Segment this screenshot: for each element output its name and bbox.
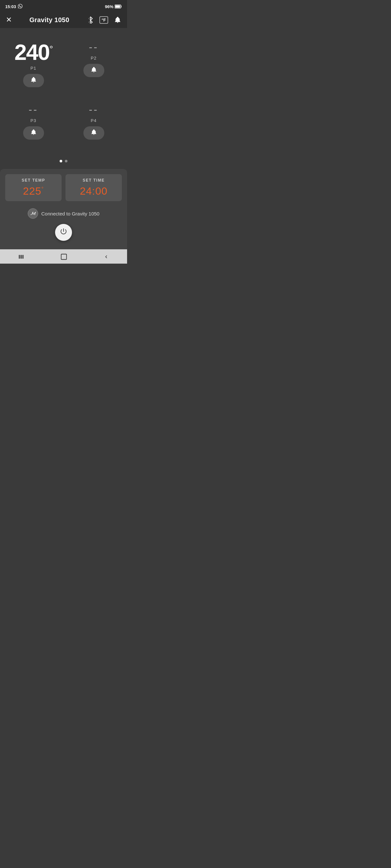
probe-p4-bell-icon [91, 129, 97, 137]
svg-rect-1 [115, 5, 120, 8]
probe-p1-bell-icon [30, 76, 37, 85]
probe-p4: -- P4 [63, 97, 124, 149]
probe-p3-bell-icon [30, 129, 37, 137]
svg-rect-6 [61, 254, 67, 260]
back-button[interactable] [103, 254, 109, 260]
probe-p2-alarm-button[interactable] [83, 64, 104, 77]
recent-apps-button[interactable] [18, 253, 24, 260]
power-icon [60, 227, 67, 237]
connected-row: 𝓜 Connected to Gravity 1050 [5, 206, 122, 222]
page-indicator [0, 156, 127, 169]
brand-logo-text: 𝓜 [31, 211, 35, 216]
app-bar-actions: °F [87, 16, 121, 24]
navigation-bar [0, 249, 127, 264]
home-button[interactable] [60, 253, 67, 260]
probe-p1-label: P1 [31, 66, 36, 71]
probe-p4-label: P4 [91, 118, 97, 123]
home-icon [60, 253, 67, 260]
svg-rect-4 [21, 255, 22, 259]
time-display: 15:03 [5, 4, 16, 9]
probe-p3-alarm-button[interactable] [23, 126, 44, 140]
back-icon [103, 254, 109, 260]
probe-p2-label: P2 [91, 56, 97, 61]
probe-grid: 240° P1 -- P2 -- P3 [0, 28, 127, 156]
probe-p3-dash: -- [29, 103, 38, 116]
close-button[interactable]: ✕ [6, 16, 12, 24]
svg-rect-5 [22, 255, 24, 259]
set-time-card[interactable]: SET TIME 24:00 [65, 174, 122, 201]
notification-icons [18, 4, 23, 9]
set-time-value: 24:00 [69, 185, 119, 197]
control-row: SET TEMP 225° SET TIME 24:00 [5, 174, 122, 201]
bell-icon [114, 16, 121, 24]
svg-rect-3 [19, 255, 20, 259]
power-button[interactable] [55, 224, 72, 241]
app-title: Gravity 1050 [29, 16, 69, 24]
app-bar: ✕ Gravity 1050 °F [0, 12, 127, 28]
probe-p1: 240° P1 [3, 34, 63, 97]
notification-bell-button[interactable] [114, 16, 121, 24]
battery-text: 96% [105, 4, 113, 9]
power-row [5, 222, 122, 245]
probe-p2: -- P2 [63, 34, 124, 97]
set-temp-value: 225° [8, 185, 58, 197]
set-temp-label: SET TEMP [8, 178, 58, 183]
probe-p1-alarm-button[interactable] [23, 74, 44, 87]
brand-logo: 𝓜 [28, 208, 38, 219]
temp-unit-button[interactable]: °F [100, 16, 108, 24]
probe-p3-label: P3 [31, 118, 36, 123]
probe-p4-alarm-button[interactable] [83, 126, 104, 140]
probe-p1-value: 240° [14, 41, 52, 63]
page-dot-1 [60, 160, 62, 162]
status-time: 15:03 [5, 4, 23, 9]
probe-p3: -- P3 [3, 97, 63, 149]
connected-text: Connected to Gravity 1050 [41, 211, 100, 216]
battery-icon [115, 5, 122, 8]
probe-p2-dash: -- [89, 41, 99, 53]
status-right-icons: 96% [105, 4, 122, 9]
set-time-label: SET TIME [69, 178, 119, 183]
page-dot-2 [65, 160, 67, 162]
probe-p2-bell-icon [91, 66, 97, 74]
recent-apps-icon [18, 253, 24, 260]
bluetooth-button[interactable] [87, 16, 93, 24]
bottom-controls: SET TEMP 225° SET TIME 24:00 𝓜 Connected… [0, 169, 127, 249]
bluetooth-icon [87, 16, 93, 24]
probe-p4-dash: -- [89, 103, 99, 116]
set-temp-card[interactable]: SET TEMP 225° [5, 174, 62, 201]
status-bar: 15:03 96% [0, 0, 127, 12]
